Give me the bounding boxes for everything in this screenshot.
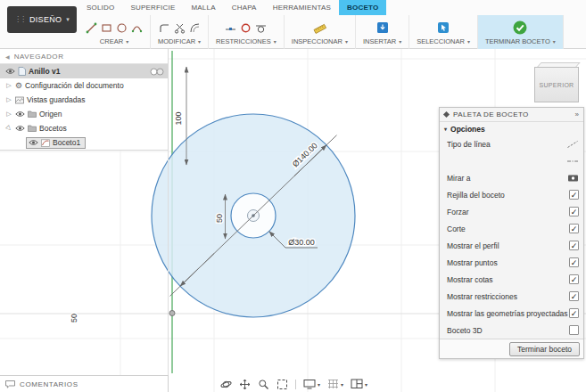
- toolbar-group-inspeccionar[interactable]: INSPECCIONAR▾: [285, 15, 356, 49]
- expand-caret-icon[interactable]: ▷: [5, 82, 12, 89]
- zoom-button[interactable]: [258, 379, 269, 390]
- folder-icon: [28, 125, 37, 132]
- expand-caret-icon[interactable]: ▷: [5, 110, 12, 118]
- line-icon[interactable]: [86, 22, 97, 34]
- browser-header[interactable]: ◀ NAVEGADOR: [0, 49, 168, 64]
- collapse-panel-icon[interactable]: ◀: [5, 53, 10, 60]
- midpoint-constraint-icon[interactable]: [225, 22, 236, 34]
- finish-sketch-button[interactable]: TERMINAR BOCETO▾: [478, 15, 564, 49]
- offset-icon[interactable]: [189, 22, 201, 34]
- trim-scissors-icon[interactable]: [174, 22, 186, 34]
- palette-grip-icon[interactable]: [443, 111, 450, 118]
- slice-checkbox[interactable]: ✓: [569, 224, 579, 233]
- tab-chapa[interactable]: CHAPA: [224, 0, 265, 15]
- tree-item-label: Vistas guardadas: [27, 95, 86, 104]
- palette-row-show-constraints: Mostrar restricciones ✓: [440, 288, 583, 305]
- rectangle-icon[interactable]: [101, 22, 112, 34]
- eye-icon[interactable]: [15, 125, 25, 132]
- tree-item-document-settings[interactable]: ▷ ⚙ Configuración del documento: [0, 78, 168, 93]
- row-label: Mirar a: [447, 174, 567, 183]
- orbit-icon: [220, 379, 232, 390]
- chevron-down-icon: ▾: [198, 38, 201, 45]
- toolbar-group-modificar[interactable]: MODIFICAR▾: [151, 15, 209, 49]
- fit-button[interactable]: [276, 379, 288, 390]
- document-icon: [18, 67, 26, 76]
- construction-line-icon[interactable]: [566, 140, 579, 149]
- origin-point[interactable]: [169, 311, 175, 316]
- active-sketch-box[interactable]: Boceto1: [26, 137, 86, 149]
- toolbar-group-insertar[interactable]: INSERTAR▾: [356, 15, 409, 49]
- look-at-icon[interactable]: [567, 174, 579, 183]
- viewcube-face-top[interactable]: SUPERIOR: [534, 67, 579, 102]
- comments-title: COMENTARIOS: [20, 380, 78, 388]
- tree-item-origin[interactable]: ▷ Origen: [0, 107, 168, 121]
- viewcube[interactable]: SUPERIOR: [532, 62, 582, 104]
- tab-herramientas[interactable]: HERRAMIENTAS: [265, 0, 339, 15]
- show-dimensions-checkbox[interactable]: ✓: [569, 274, 579, 284]
- ribbon-tabs: SOLIDO SUPERFICIE MALLA CHAPA HERRAMIENT…: [78, 0, 386, 15]
- chevron-down-icon: ▾: [66, 16, 70, 23]
- tree-item-sketches[interactable]: ▷ Bocetos: [0, 121, 168, 135]
- arc-icon[interactable]: [131, 22, 143, 34]
- tab-superficie[interactable]: SUPERFICIE: [122, 0, 183, 15]
- browser-title: NAVEGADOR: [14, 53, 64, 61]
- insert-icon[interactable]: [376, 21, 389, 34]
- finish-sketch-footer-button[interactable]: Terminar boceto: [509, 342, 580, 356]
- inner-diameter-label[interactable]: Ø30.00: [288, 238, 315, 247]
- toolbar-group-crear[interactable]: CREAR▾: [78, 15, 151, 49]
- palette-row-show-profile: Mostrar el perfil ✓: [440, 237, 583, 254]
- expand-caret-icon[interactable]: ▷: [5, 96, 12, 103]
- palette-header[interactable]: PALETA DE BOCETO »: [440, 108, 583, 122]
- tab-malla[interactable]: MALLA: [183, 0, 223, 15]
- circle-icon[interactable]: [116, 22, 128, 34]
- undock-icon[interactable]: »: [575, 110, 579, 118]
- group-label-restricciones: RESTRICCIONES: [216, 37, 271, 45]
- vertical-50-label[interactable]: 50: [215, 214, 224, 223]
- show-points-checkbox[interactable]: ✓: [569, 257, 579, 267]
- bottom-50-label[interactable]: 50: [70, 314, 78, 323]
- show-projected-checkbox[interactable]: ✓: [569, 308, 579, 318]
- toolbar-group-restricciones[interactable]: RESTRICCIONES▾: [209, 15, 285, 49]
- toolbar-separator: [295, 380, 296, 389]
- sketch-3d-checkbox[interactable]: [569, 325, 579, 335]
- collaboration-status-icon[interactable]: [150, 68, 164, 76]
- measure-icon[interactable]: [313, 22, 326, 34]
- workspace-switcher-button[interactable]: ⋮⋮ DISEÑO ▾: [7, 6, 77, 33]
- chevron-down-icon: ▾: [126, 38, 128, 45]
- comment-bubble-icon: [5, 380, 15, 388]
- eye-icon[interactable]: [5, 68, 15, 75]
- center-line-icon[interactable]: [566, 157, 579, 166]
- grid-settings-button[interactable]: ▾: [327, 379, 343, 389]
- show-profile-checkbox[interactable]: ✓: [569, 241, 579, 250]
- orbit-button[interactable]: [220, 379, 232, 390]
- palette-section-options[interactable]: ▾ Opciones: [440, 122, 583, 135]
- display-settings-button[interactable]: ▾: [303, 379, 320, 389]
- fillet-icon[interactable]: [159, 22, 170, 34]
- tab-solido[interactable]: SOLIDO: [78, 0, 122, 15]
- vertical-100-label[interactable]: 100: [174, 111, 183, 125]
- expand-caret-icon[interactable]: ▷: [4, 123, 13, 133]
- eye-icon[interactable]: [29, 139, 38, 146]
- tab-boceto[interactable]: BOCETO: [339, 0, 386, 15]
- group-label-seleccionar: SELECCIONAR: [417, 37, 465, 45]
- tangent-constraint-icon[interactable]: [255, 22, 267, 34]
- fit-icon: [276, 379, 288, 390]
- viewports-button[interactable]: ▾: [351, 379, 367, 389]
- tree-item-label: Configuración del documento: [25, 81, 124, 90]
- comments-bar[interactable]: COMENTARIOS: [0, 375, 169, 392]
- pan-button[interactable]: [239, 379, 251, 390]
- select-cursor-icon[interactable]: [437, 21, 450, 34]
- row-label: Mostrar el perfil: [447, 241, 569, 250]
- chevron-down-icon: ▾: [467, 38, 470, 45]
- show-constraints-checkbox[interactable]: ✓: [569, 291, 579, 301]
- snap-checkbox[interactable]: ✓: [569, 207, 579, 216]
- coincident-constraint-icon[interactable]: [240, 22, 252, 34]
- tree-item-sketch1[interactable]: Boceto1: [0, 135, 168, 150]
- tree-item-saved-views[interactable]: ▷ Vistas guardadas: [0, 93, 168, 107]
- eye-icon[interactable]: [15, 110, 25, 118]
- pan-icon: [239, 379, 251, 390]
- toolbar-group-seleccionar[interactable]: SELECCIONAR▾: [409, 15, 478, 49]
- sketch-grid-checkbox[interactable]: ✓: [569, 190, 579, 200]
- tree-item-document-root[interactable]: Anillo v1: [0, 64, 168, 78]
- palette-row-slice: Corte ✓: [440, 220, 583, 237]
